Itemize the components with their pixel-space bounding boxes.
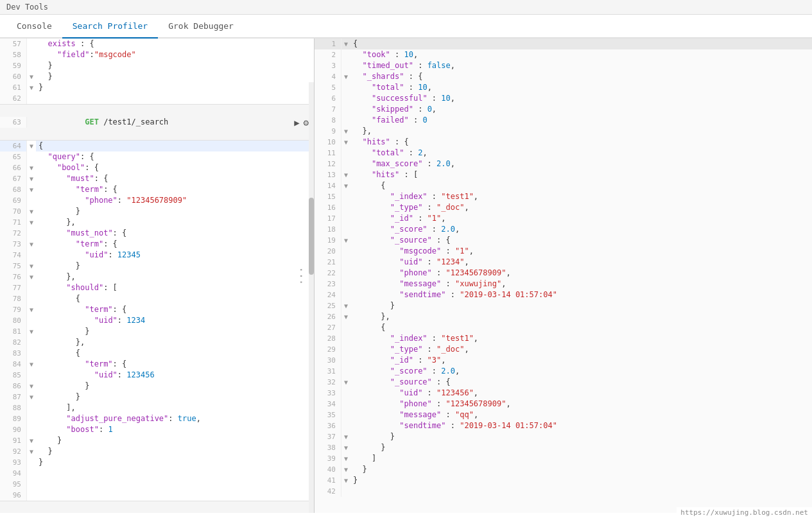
line-fold[interactable]: ▼ xyxy=(341,311,350,322)
line-content: "sendtime" : "2019-03-14 01:57:04" xyxy=(350,420,807,431)
line-fold[interactable]: ▼ xyxy=(27,206,36,217)
line-row: 57 exists : { xyxy=(0,39,314,49)
line-fold[interactable]: ▼ xyxy=(341,377,350,388)
line-row: 7 "skipped" : 0, xyxy=(315,104,812,115)
line-number: 85 xyxy=(0,370,27,381)
line-fold[interactable]: ▼ xyxy=(341,39,350,49)
line-number: 94 xyxy=(0,468,27,479)
line-fold[interactable]: ▼ xyxy=(341,235,350,246)
line-row: 22 "phone" : "12345678909", xyxy=(315,268,812,279)
line-row: 92 ▼ } xyxy=(0,446,314,457)
line-fold[interactable]: ▼ xyxy=(27,162,36,173)
line-fold[interactable]: ▼ xyxy=(341,71,350,82)
line-fold[interactable]: ▼ xyxy=(341,442,350,453)
line-number: 88 xyxy=(0,402,27,413)
line-fold[interactable]: ▼ xyxy=(341,464,350,475)
line-number: 78 xyxy=(0,293,27,304)
line-number: 62 xyxy=(0,93,27,104)
line-row: 26 ▼ }, xyxy=(315,311,812,322)
line-fold[interactable]: ▼ xyxy=(27,326,36,337)
line-fold[interactable]: ▼ xyxy=(27,217,36,228)
line-number: 34 xyxy=(315,399,341,410)
line-content: } xyxy=(350,300,807,311)
line-fold[interactable]: ▼ xyxy=(341,169,350,180)
line-fold[interactable]: ▼ xyxy=(27,304,36,315)
line-fold[interactable]: ▼ xyxy=(341,300,350,311)
line-number: 91 xyxy=(0,435,27,446)
line-row: 35 "message" : "qq", xyxy=(315,410,812,420)
line-content: GET /test1/_search xyxy=(36,106,294,139)
line-row: 2 "took" : 10, xyxy=(315,49,812,60)
run-button[interactable]: ▶ xyxy=(294,117,299,128)
line-content: }, xyxy=(36,272,309,282)
line-row: 69 "phone": "12345678909" xyxy=(0,195,314,206)
line-fold[interactable]: ▼ xyxy=(341,126,350,137)
line-row: 19 ▼ "_source" : { xyxy=(315,235,812,246)
line-content: } xyxy=(36,392,309,402)
line-row: 18 "_score" : 2.0, xyxy=(315,224,812,235)
line-fold[interactable]: ▼ xyxy=(341,453,350,464)
left-scrollbar-thumb[interactable] xyxy=(309,198,314,275)
line-fold[interactable]: ▼ xyxy=(341,137,350,148)
line-number: 36 xyxy=(315,420,341,431)
line-number: 10 xyxy=(315,137,341,148)
line-content: "must_not": { xyxy=(36,228,309,239)
line-content: "hits" : { xyxy=(350,137,807,148)
line-number: 18 xyxy=(315,224,341,235)
line-row: 89 "adjust_pure_negative": true, xyxy=(0,413,314,424)
line-row: 81 ▼ } xyxy=(0,326,314,337)
left-scrollbar[interactable] xyxy=(309,82,314,513)
line-row: 42 xyxy=(315,486,812,497)
line-number: 92 xyxy=(0,446,27,457)
line-number: 82 xyxy=(0,337,27,348)
line-fold[interactable]: ▼ xyxy=(27,381,36,392)
line-content: "uid": 1234 xyxy=(36,315,309,326)
line-number: 70 xyxy=(0,206,27,217)
line-content: } xyxy=(36,457,309,468)
line-row: 66 ▼ "bool": { xyxy=(0,162,314,173)
tab-search-profiler[interactable]: Search Profiler xyxy=(62,15,158,39)
line-fold[interactable]: ▼ xyxy=(27,71,36,82)
line-fold[interactable]: ▼ xyxy=(27,82,36,93)
line-content: "msgcode" : "1", xyxy=(350,246,807,257)
line-content: "query": { xyxy=(36,151,309,162)
line-number: 90 xyxy=(0,424,27,435)
tab-grok-debugger[interactable]: Grok Debugger xyxy=(158,15,244,39)
line-fold[interactable]: ▼ xyxy=(341,475,350,486)
line-fold[interactable]: ▼ xyxy=(27,435,36,446)
line-row: 83 { xyxy=(0,348,314,359)
line-content: "must": { xyxy=(36,173,309,184)
line-row: 30 "_id" : "3", xyxy=(315,355,812,366)
line-content: ], xyxy=(36,402,309,413)
line-fold[interactable]: ▼ xyxy=(27,392,36,402)
line-content: "successful" : 10, xyxy=(350,93,807,104)
settings-button[interactable]: ⚙ xyxy=(304,117,309,128)
title-text: Dev Tools xyxy=(6,3,48,12)
line-fold[interactable]: ▼ xyxy=(27,173,36,184)
line-fold[interactable]: ▼ xyxy=(27,141,36,151)
line-fold[interactable]: ▼ xyxy=(341,431,350,442)
line-content: { xyxy=(36,141,309,151)
line-fold[interactable]: ▼ xyxy=(341,180,350,191)
line-number: 76 xyxy=(0,272,27,282)
line-fold[interactable]: ▼ xyxy=(27,359,36,370)
line-content: "uid": 123456 xyxy=(36,370,309,381)
right-code-editor[interactable]: 1 ▼ { 2 "took" : 10, 3 "timed_out" : fal… xyxy=(315,39,812,513)
line-fold[interactable]: ▼ xyxy=(27,184,36,195)
line-row: 40 ▼ } xyxy=(315,464,812,475)
line-row: 23 "message" : "xuwujing", xyxy=(315,279,812,289)
line-fold[interactable]: ▼ xyxy=(27,261,36,272)
line-row: 58 "field":"msgcode" xyxy=(0,49,314,60)
line-row: 88 ], xyxy=(0,402,314,413)
line-row: 20 "msgcode" : "1", xyxy=(315,246,812,257)
line-content: "_id" : "3", xyxy=(350,355,807,366)
left-code-editor[interactable]: 57 exists : { 58 "field":"msgcode" 59 } … xyxy=(0,39,314,513)
line-row: 9 ▼ }, xyxy=(315,126,812,137)
line-row: 10 ▼ "hits" : { xyxy=(315,137,812,148)
tab-console[interactable]: Console xyxy=(6,15,62,39)
line-number: 37 xyxy=(315,431,341,442)
line-fold[interactable]: ▼ xyxy=(27,239,36,250)
line-fold[interactable]: ▼ xyxy=(27,446,36,457)
line-fold[interactable]: ▼ xyxy=(27,272,36,282)
line-number: 41 xyxy=(315,475,341,486)
